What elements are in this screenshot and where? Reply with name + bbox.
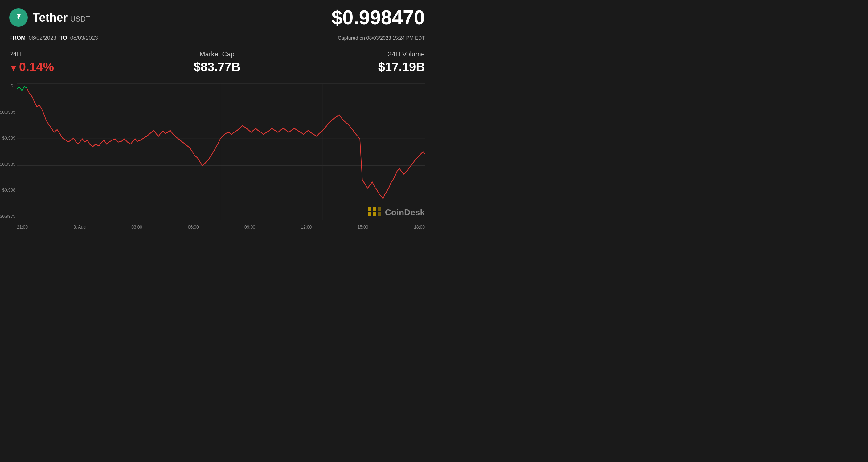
market-cap-value: $83.77B — [148, 60, 286, 74]
svg-rect-19 — [378, 207, 381, 211]
y-label-3: $0.999 — [2, 135, 16, 140]
svg-rect-15 — [368, 207, 371, 211]
svg-rect-20 — [378, 212, 381, 216]
chart-svg-container — [17, 84, 425, 220]
y-axis: $1 $0.9995 $0.999 $0.9985 $0.998 $0.9975 — [0, 84, 17, 219]
main-container: ₮ TetherUSDT $0.998470 FROM 08/02/2023 T… — [0, 0, 434, 231]
from-date: 08/02/2023 — [29, 35, 56, 41]
coin-name-group: TetherUSDT — [33, 11, 90, 24]
x-label-5: 09:00 — [244, 225, 255, 229]
change-label: 24H — [9, 50, 148, 58]
coin-info: ₮ TetherUSDT — [9, 8, 90, 27]
y-label-1: $1 — [10, 84, 16, 89]
x-axis: 21:00 3. Aug 03:00 06:00 09:00 12:00 15:… — [17, 225, 425, 229]
x-label-1: 21:00 — [17, 225, 28, 229]
svg-rect-17 — [368, 212, 371, 216]
x-label-7: 15:00 — [358, 225, 368, 229]
coin-name: Tether — [33, 11, 67, 24]
market-cap-label: Market Cap — [148, 50, 286, 58]
volume-stat: 24H Volume $17.19B — [286, 50, 425, 74]
x-label-2: 3. Aug — [73, 225, 86, 229]
price-chart — [17, 84, 425, 220]
capture-info: Captured on 08/03/2023 15:24 PM EDT — [338, 35, 425, 41]
volume-value: $17.19B — [286, 60, 425, 74]
svg-rect-18 — [373, 212, 376, 216]
change-stat: 24H ▼0.14% — [9, 50, 148, 74]
volume-label: 24H Volume — [286, 50, 425, 58]
change-value: ▼0.14% — [9, 60, 148, 74]
x-label-3: 03:00 — [131, 225, 142, 229]
date-range-bar: FROM 08/02/2023 TO 08/03/2023 Captured o… — [0, 32, 434, 44]
to-date: 08/03/2023 — [70, 35, 98, 41]
y-label-5: $0.998 — [2, 188, 16, 193]
from-label: FROM — [9, 35, 26, 41]
x-label-4: 06:00 — [188, 225, 199, 229]
header: ₮ TetherUSDT $0.998470 — [0, 0, 434, 32]
change-arrow-icon: ▼ — [9, 63, 18, 73]
chart-area: $1 $0.9995 $0.999 $0.9985 $0.998 $0.9975 — [0, 80, 434, 231]
to-label: TO — [60, 35, 67, 41]
svg-text:₮: ₮ — [17, 13, 21, 20]
coindesk-logo-icon — [367, 206, 382, 219]
current-price: $0.998470 — [331, 6, 425, 29]
coindesk-watermark: CoinDesk — [367, 206, 425, 219]
market-cap-stat: Market Cap $83.77B — [148, 50, 286, 74]
x-label-8: 18:00 — [414, 225, 425, 229]
y-label-2: $0.9995 — [0, 110, 16, 114]
y-label-4: $0.9985 — [0, 162, 16, 167]
x-label-6: 12:00 — [301, 225, 312, 229]
svg-rect-16 — [373, 207, 376, 211]
coin-symbol: USDT — [70, 15, 90, 23]
coindesk-label: CoinDesk — [385, 207, 425, 218]
y-label-6: $0.9975 — [0, 214, 16, 219]
coin-logo: ₮ — [9, 8, 28, 27]
stats-row: 24H ▼0.14% Market Cap $83.77B 24H Volume… — [0, 44, 434, 80]
